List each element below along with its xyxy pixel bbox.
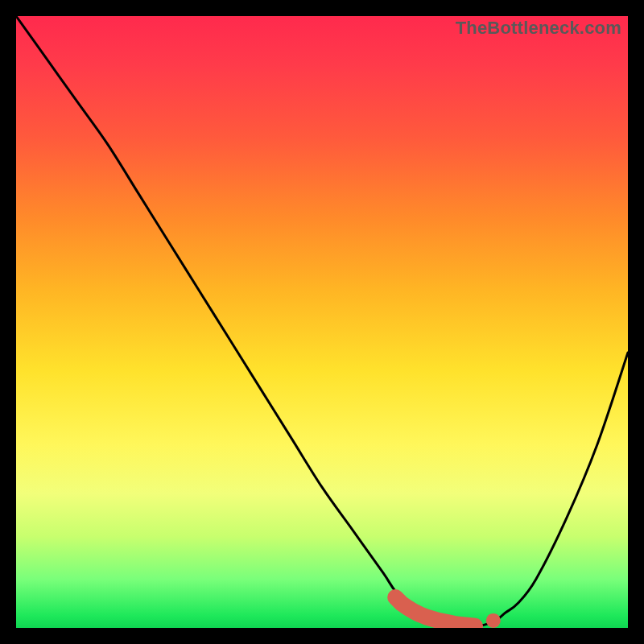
chart-svg	[16, 16, 628, 628]
bottleneck-curve-line	[16, 16, 628, 626]
optimal-range-end-dot	[486, 613, 501, 628]
optimal-range-segment	[395, 597, 475, 626]
optimal-range-markers	[395, 597, 501, 628]
chart-frame: TheBottleneck.com	[16, 16, 628, 628]
